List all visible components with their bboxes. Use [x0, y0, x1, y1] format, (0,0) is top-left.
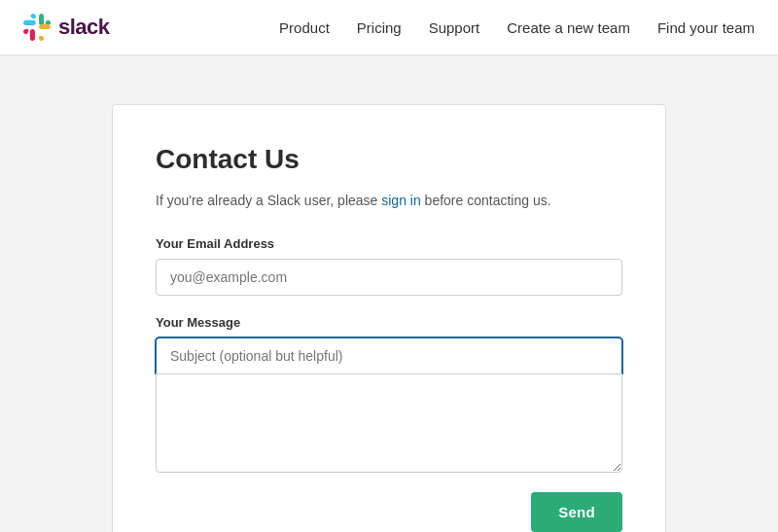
message-inputs — [156, 337, 622, 473]
email-group: Your Email Address — [156, 236, 622, 296]
logo-text: slack — [58, 15, 110, 40]
nav-product[interactable]: Product — [279, 19, 330, 36]
nav-pricing[interactable]: Pricing — [357, 19, 402, 36]
nav-support[interactable]: Support — [429, 19, 480, 36]
send-button[interactable]: Send — [531, 492, 622, 532]
page-body: Contact Us If you're already a Slack use… — [0, 55, 778, 532]
email-label: Your Email Address — [156, 236, 622, 251]
header: slack Product Pricing Support Create a n… — [0, 0, 778, 55]
email-input[interactable] — [156, 259, 622, 296]
nav-create-team[interactable]: Create a new team — [507, 19, 630, 36]
subject-input[interactable] — [156, 337, 622, 373]
nav-find-team[interactable]: Find your team — [657, 19, 755, 36]
page-title: Contact Us — [156, 144, 622, 175]
send-row: Send — [156, 492, 622, 532]
slack-logo-icon — [23, 14, 51, 41]
logo[interactable]: slack — [23, 14, 110, 41]
subtitle-before-link: If you're already a Slack user, please — [156, 193, 381, 208]
sign-in-link[interactable]: sign in — [381, 193, 420, 208]
message-body-input[interactable] — [156, 373, 622, 473]
subtitle-after-link: before contacting us. — [421, 193, 551, 208]
card-subtitle: If you're already a Slack user, please s… — [156, 191, 622, 211]
message-label: Your Message — [156, 315, 622, 330]
contact-card: Contact Us If you're already a Slack use… — [112, 104, 666, 532]
message-group: Your Message — [156, 315, 622, 473]
main-nav: Product Pricing Support Create a new tea… — [279, 19, 755, 36]
